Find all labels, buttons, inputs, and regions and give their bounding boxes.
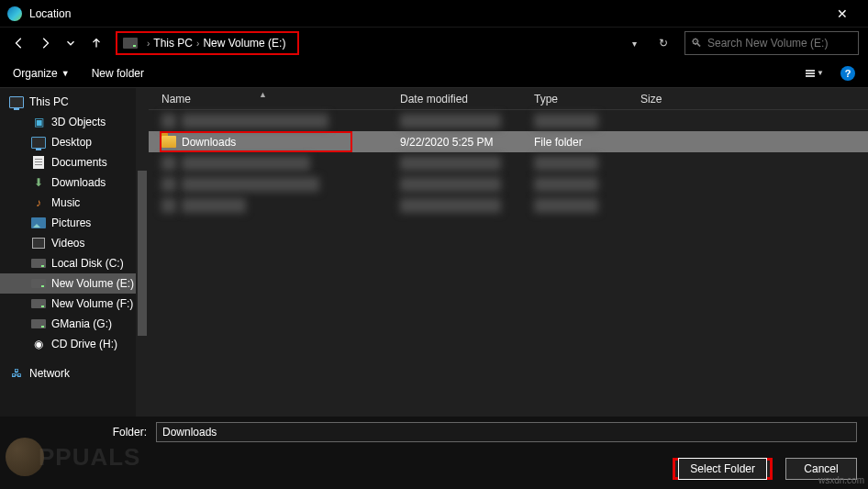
list-item[interactable]	[149, 194, 868, 216]
tree-music[interactable]: ♪Music	[0, 193, 149, 213]
drive-icon	[31, 257, 46, 270]
tree-scrollbar[interactable]	[136, 88, 149, 417]
new-folder-button[interactable]: New folder	[92, 67, 144, 80]
tree-label: GMania (G:)	[51, 317, 112, 330]
search-box[interactable]: 🔍︎	[684, 31, 859, 55]
tree-label: Pictures	[51, 217, 91, 229]
recent-dropdown[interactable]	[61, 33, 81, 53]
tree-new-volume-e[interactable]: New Volume (E:)	[0, 273, 149, 294]
drive-icon	[31, 317, 46, 330]
list-item[interactable]	[149, 110, 868, 131]
folder-value: Downloads	[162, 426, 217, 439]
file-date: 9/22/2020 5:25 PM	[400, 136, 534, 149]
tree-label: CD Drive (H:)	[51, 338, 117, 350]
list-item-downloads[interactable]: Downloads 9/22/2020 5:25 PM File folder	[149, 131, 868, 152]
tree-label: Music	[51, 196, 80, 209]
tree-label: Local Disk (C:)	[51, 257, 124, 270]
music-icon: ♪	[31, 196, 46, 209]
tree-documents[interactable]: Documents	[0, 152, 149, 172]
select-folder-label: Select Folder	[690, 462, 755, 475]
tree-label: 3D Objects	[51, 116, 106, 128]
close-button[interactable]: ✕	[824, 6, 861, 21]
col-size[interactable]: Size	[640, 93, 868, 106]
folder-icon	[161, 136, 176, 148]
tree-new-volume-f[interactable]: New Volume (F:)	[0, 294, 149, 314]
tree-label: Downloads	[51, 176, 106, 189]
col-date[interactable]: Date modified	[400, 93, 534, 106]
titlebar: Location ✕	[0, 0, 868, 28]
folder-field[interactable]: Downloads	[156, 422, 857, 442]
view-mode-button[interactable]: ▼	[806, 69, 824, 77]
tree-label: Videos	[51, 237, 84, 250]
watermark-text: PPUALS	[39, 443, 140, 472]
search-icon: 🔍︎	[691, 37, 702, 50]
cube-icon: ▣	[31, 116, 46, 128]
drive-icon	[123, 38, 138, 49]
picture-icon	[31, 217, 46, 229]
file-list[interactable]: Name ▲ Date modified Type Size Downloads…	[149, 88, 868, 417]
tree-pictures[interactable]: Pictures	[0, 213, 149, 233]
back-button[interactable]	[9, 33, 29, 53]
document-icon	[31, 156, 46, 169]
tree-this-pc[interactable]: This PC	[0, 92, 149, 112]
drive-icon	[31, 297, 46, 310]
edge-icon	[7, 6, 22, 21]
watermark: PPUALS	[6, 438, 140, 476]
tree-downloads[interactable]: ⬇Downloads	[0, 172, 149, 193]
breadcrumb-seg-volume[interactable]: New Volume (E:)	[203, 37, 285, 50]
select-folder-button[interactable]: Select Folder	[678, 458, 767, 480]
list-item[interactable]	[149, 152, 868, 173]
chevron-down-icon: ▼	[61, 69, 70, 78]
chevron-down-icon: ▼	[817, 69, 824, 77]
download-icon: ⬇	[31, 176, 46, 189]
sort-indicator-icon: ▲	[259, 90, 267, 99]
network-icon: 🖧	[9, 367, 24, 380]
tree-desktop[interactable]: Desktop	[0, 132, 149, 152]
organize-button[interactable]: Organize ▼	[13, 67, 70, 80]
folder-label: Folder:	[11, 426, 147, 439]
disc-icon: ◉	[31, 338, 46, 350]
col-type[interactable]: Type	[534, 93, 640, 106]
drive-icon	[31, 277, 46, 290]
tree-gmania-g[interactable]: GMania (G:)	[0, 314, 149, 334]
watermark-avatar-icon	[6, 438, 44, 476]
tree-label: This PC	[29, 95, 69, 108]
up-button[interactable]	[86, 33, 106, 53]
breadcrumb-seg-thispc[interactable]: This PC	[153, 37, 193, 50]
toolbar: Organize ▼ New folder ▼ ?	[0, 59, 868, 88]
video-icon	[31, 237, 46, 250]
tree-label: New Volume (F:)	[51, 297, 133, 310]
forward-button[interactable]	[35, 33, 55, 53]
file-type: File folder	[534, 136, 640, 149]
watermark-url: wsxdn.com	[818, 475, 864, 485]
desktop-icon	[31, 136, 46, 149]
tree-3d-objects[interactable]: ▣3D Objects	[0, 112, 149, 132]
help-icon[interactable]: ?	[840, 66, 855, 81]
tree-label: Documents	[51, 156, 107, 169]
chevron-right-icon: ›	[193, 39, 203, 49]
select-folder-highlight: Select Folder	[673, 458, 773, 480]
address-controls: ▾ ↻	[632, 37, 668, 50]
cancel-label: Cancel	[804, 462, 838, 475]
breadcrumb[interactable]: › This PC › New Volume (E:)	[116, 31, 299, 55]
nav-tree[interactable]: This PC ▣3D Objects Desktop Documents ⬇D…	[0, 88, 149, 417]
chevron-down-icon[interactable]: ▾	[632, 39, 637, 49]
file-name: Downloads	[182, 136, 236, 149]
list-item[interactable]	[149, 173, 868, 194]
column-headers[interactable]: Name ▲ Date modified Type Size	[149, 88, 868, 110]
tree-label: Desktop	[51, 136, 92, 149]
tree-videos[interactable]: Videos	[0, 233, 149, 253]
refresh-icon[interactable]: ↻	[659, 37, 668, 50]
tree-cd-drive-h[interactable]: ◉CD Drive (H:)	[0, 334, 149, 354]
tree-label: New Volume (E:)	[51, 277, 134, 290]
tree-network[interactable]: 🖧Network	[0, 363, 149, 383]
col-name[interactable]: Name	[161, 93, 400, 106]
chevron-right-icon: ›	[143, 39, 153, 49]
new-folder-label: New folder	[92, 67, 144, 80]
tree-label: Network	[29, 367, 70, 380]
organize-label: Organize	[13, 67, 58, 80]
main-area: This PC ▣3D Objects Desktop Documents ⬇D…	[0, 88, 868, 417]
search-input[interactable]	[707, 37, 852, 50]
window-title: Location	[29, 7, 824, 20]
tree-local-disk-c[interactable]: Local Disk (C:)	[0, 253, 149, 273]
